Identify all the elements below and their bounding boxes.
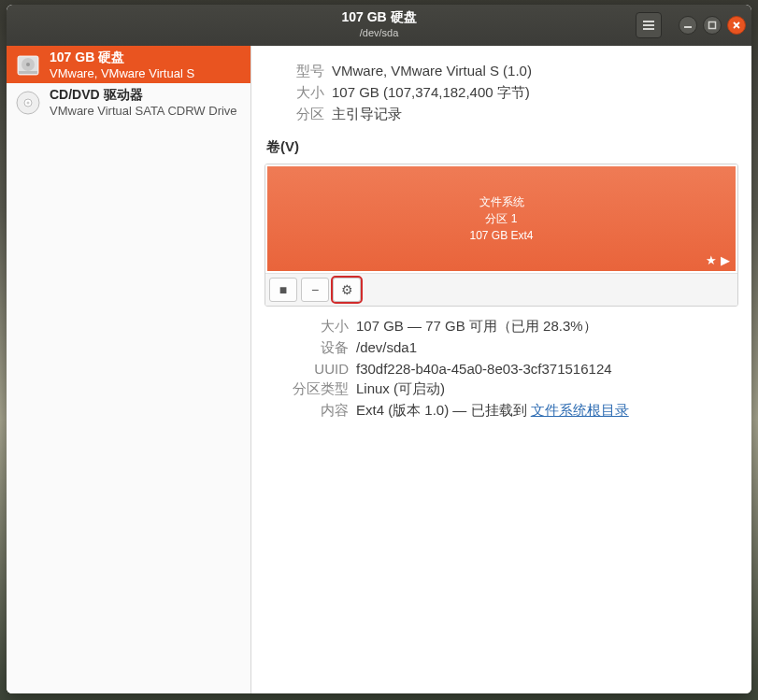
- detail-uuid-label: UUID: [265, 361, 349, 377]
- detail-size-label: 大小: [265, 318, 349, 336]
- app-menu-button[interactable]: [636, 12, 662, 38]
- size-label: 大小: [265, 84, 324, 102]
- model-label: 型号: [265, 63, 324, 80]
- detail-device-label: 设备: [265, 339, 349, 357]
- device-title: CD/DVD 驱动器: [50, 87, 243, 104]
- volume-toolbar: ■ − ⚙: [265, 273, 737, 306]
- play-icon: ▶: [721, 253, 730, 267]
- minimize-icon: [683, 21, 693, 30]
- size-value: 107 GB (107,374,182,400 字节): [332, 84, 530, 102]
- detail-ptype-value: Linux (可启动): [356, 380, 445, 398]
- partition-filesystem[interactable]: 文件系统 分区 1 107 GB Ext4 ★ ▶: [265, 164, 737, 273]
- hamburger-icon: [642, 20, 655, 31]
- svg-point-7: [27, 101, 30, 104]
- detail-content-label: 内容: [265, 402, 349, 420]
- maximize-icon: [708, 21, 717, 30]
- detail-size-value: 107 GB — 77 GB 可用（已用 28.3%）: [356, 318, 597, 336]
- sidebar-device-optical[interactable]: CD/DVD 驱动器 VMware Virtual SATA CDRW Driv…: [7, 83, 250, 121]
- detail-ptype-label: 分区类型: [265, 380, 349, 398]
- stop-icon: ■: [279, 282, 287, 297]
- model-value: VMware, VMware Virtual S (1.0): [332, 63, 532, 79]
- minus-icon: −: [311, 282, 319, 297]
- device-subtitle: VMware Virtual SATA CDRW Drive: [50, 104, 243, 118]
- partitioning-label: 分区: [265, 106, 324, 123]
- sidebar-device-hdd[interactable]: 107 GB 硬盘 VMware, VMware Virtual S: [7, 46, 250, 83]
- gear-icon: ⚙: [341, 282, 353, 297]
- partition-options-button[interactable]: ⚙: [333, 278, 361, 302]
- device-title: 107 GB 硬盘: [50, 50, 243, 66]
- svg-rect-4: [19, 71, 37, 74]
- volumes-block: 文件系统 分区 1 107 GB Ext4 ★ ▶ ■ − ⚙: [265, 164, 738, 307]
- titlebar: 107 GB 硬盘 /dev/sda: [7, 5, 751, 46]
- star-icon: ★: [706, 253, 717, 267]
- svg-rect-0: [709, 22, 716, 29]
- optical-icon: [14, 89, 42, 117]
- device-sidebar: 107 GB 硬盘 VMware, VMware Virtual S CD/DV…: [7, 46, 251, 693]
- minimize-button[interactable]: [679, 16, 697, 35]
- partition-label: 文件系统: [479, 193, 524, 210]
- volumes-header: 卷(V): [266, 138, 738, 156]
- svg-point-3: [26, 63, 30, 66]
- disks-window: 107 GB 硬盘 /dev/sda 1: [7, 5, 751, 693]
- content-pane: 型号VMware, VMware Virtual S (1.0) 大小107 G…: [251, 46, 751, 693]
- unmount-button[interactable]: ■: [269, 278, 297, 302]
- device-subtitle: VMware, VMware Virtual S: [50, 66, 243, 80]
- partition-number: 分区 1: [485, 210, 517, 227]
- close-icon: [732, 21, 741, 30]
- detail-content-value: Ext4 (版本 1.0) — 已挂载到 文件系统根目录: [356, 402, 629, 420]
- partition-size: 107 GB Ext4: [469, 227, 533, 244]
- delete-partition-button[interactable]: −: [301, 278, 329, 302]
- detail-device-value: /dev/sda1: [356, 339, 417, 355]
- content-prefix: Ext4 (版本 1.0) — 已挂载到: [356, 402, 531, 418]
- maximize-button[interactable]: [703, 16, 722, 35]
- hdd-icon: [14, 51, 42, 79]
- detail-uuid-value: f30df228-b40a-45a0-8e03-3cf371516124: [356, 361, 612, 377]
- filesystem-root-link[interactable]: 文件系统根目录: [531, 402, 629, 418]
- close-button[interactable]: [727, 16, 746, 35]
- partitioning-value: 主引导记录: [332, 106, 402, 123]
